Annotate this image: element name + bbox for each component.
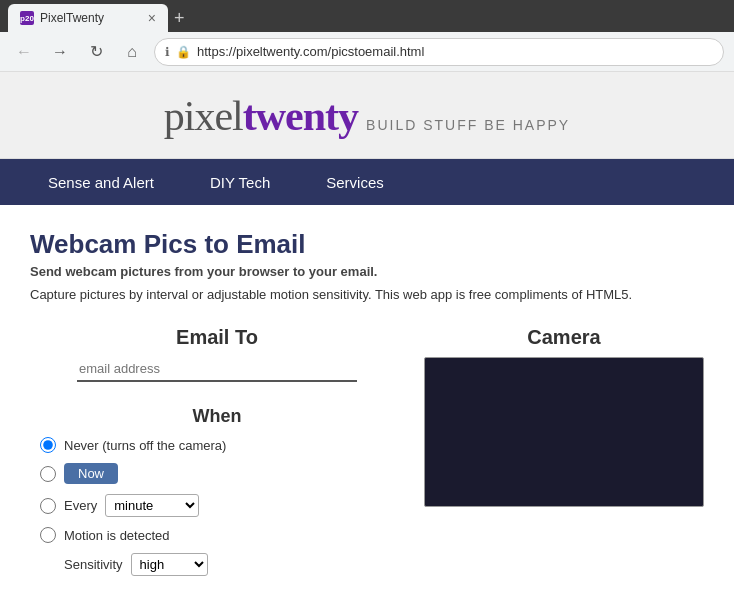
when-section-title: When	[30, 406, 404, 427]
logo-pixel-text: pixel	[164, 93, 243, 139]
new-tab-button[interactable]: +	[168, 4, 191, 32]
address-bar-row: ← → ↻ ⌂ ℹ 🔒 https://pixeltwenty.com/pics…	[0, 32, 734, 72]
radio-never[interactable]	[40, 437, 56, 453]
radio-now[interactable]	[40, 466, 56, 482]
tab-bar: p20 PixelTwenty × +	[0, 0, 734, 32]
nav-item-diy-tech[interactable]: DIY Tech	[182, 159, 298, 205]
site-logo: pixeltwentyBUILD STUFF BE HAPPY	[164, 93, 570, 139]
tab-favicon: p20	[20, 11, 34, 25]
radio-every-label: Every	[64, 498, 97, 513]
camera-section-title: Camera	[424, 326, 704, 349]
now-button[interactable]: Now	[64, 463, 118, 484]
home-button[interactable]: ⌂	[118, 38, 146, 66]
forward-button[interactable]: →	[46, 38, 74, 66]
left-column: Email To When Never (turns off the camer…	[30, 326, 404, 576]
interval-select[interactable]: minute 5 minutes 10 minutes 30 minutes h…	[105, 494, 199, 517]
when-radio-group: Never (turns off the camera) Now Every m…	[30, 437, 404, 576]
radio-row-now: Now	[40, 463, 404, 484]
radio-every[interactable]	[40, 498, 56, 514]
sensitivity-select[interactable]: high medium low	[131, 553, 208, 576]
nav-item-sense-and-alert[interactable]: Sense and Alert	[20, 159, 182, 205]
logo-twenty-text: twenty	[243, 93, 358, 139]
two-column-layout: Email To When Never (turns off the camer…	[30, 326, 704, 576]
page-description: Capture pictures by interval or adjustab…	[30, 287, 704, 302]
tab-close-button[interactable]: ×	[148, 10, 156, 26]
logo-tagline: BUILD STUFF BE HAPPY	[366, 117, 570, 133]
radio-row-motion: Motion is detected	[40, 527, 404, 543]
nav-bar: Sense and Alert DIY Tech Services	[0, 159, 734, 205]
sensitivity-row: Sensitivity high medium low	[64, 553, 404, 576]
site-header: pixeltwentyBUILD STUFF BE HAPPY	[0, 72, 734, 159]
email-input[interactable]	[77, 357, 357, 382]
nav-item-services[interactable]: Services	[298, 159, 412, 205]
reload-button[interactable]: ↻	[82, 38, 110, 66]
page-subtitle: Send webcam pictures from your browser t…	[30, 264, 704, 279]
url-text: https://pixeltwenty.com/picstoemail.html	[197, 44, 424, 59]
radio-motion[interactable]	[40, 527, 56, 543]
page-title: Webcam Pics to Email	[30, 229, 704, 260]
address-bar[interactable]: ℹ 🔒 https://pixeltwenty.com/picstoemail.…	[154, 38, 724, 66]
camera-preview	[424, 357, 704, 507]
lock-icon: 🔒	[176, 45, 191, 59]
radio-row-never: Never (turns off the camera)	[40, 437, 404, 453]
back-button[interactable]: ←	[10, 38, 38, 66]
tab-title: PixelTwenty	[40, 11, 104, 25]
info-icon: ℹ	[165, 45, 170, 59]
sensitivity-label: Sensitivity	[64, 557, 123, 572]
radio-never-label: Never (turns off the camera)	[64, 438, 226, 453]
radio-motion-label: Motion is detected	[64, 528, 170, 543]
radio-row-every: Every minute 5 minutes 10 minutes 30 min…	[40, 494, 404, 517]
email-section-title: Email To	[30, 326, 404, 349]
right-column: Camera	[424, 326, 704, 507]
main-content: Webcam Pics to Email Send webcam picture…	[0, 205, 734, 596]
active-tab[interactable]: p20 PixelTwenty ×	[8, 4, 168, 32]
